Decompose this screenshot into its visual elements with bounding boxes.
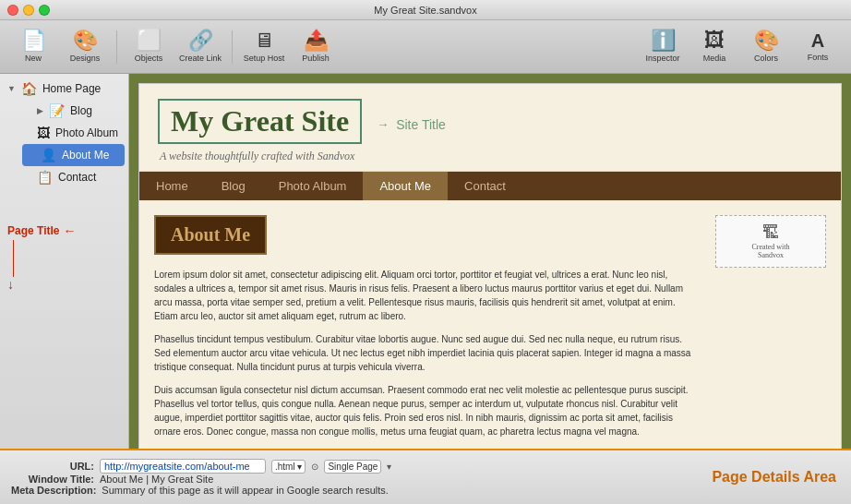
separator-1 xyxy=(116,30,117,64)
create-link-label: Create Link xyxy=(179,54,222,63)
media-icon: 🖼 xyxy=(704,30,725,51)
separator-2 xyxy=(232,30,233,64)
sandvox-badge: 🏗 Created withSandvox xyxy=(715,215,826,268)
site-subtitle: A website thoughtfully crafted with Sand… xyxy=(160,150,822,163)
publish-icon: 📤 xyxy=(304,30,329,51)
expand-arrow: ▶ xyxy=(37,106,43,115)
publish-label: Publish xyxy=(302,54,330,63)
blog-icon: 📝 xyxy=(49,103,65,118)
nav-item-home[interactable]: Home xyxy=(139,172,205,200)
designs-label: Designs xyxy=(70,54,101,63)
sidebar-item-blog[interactable]: ▶ 📝 Blog xyxy=(18,100,128,122)
inspector-button[interactable]: ℹ️ Inspector xyxy=(639,25,687,69)
url-ext-select[interactable]: .html ▾ xyxy=(271,460,306,474)
content-sidebar: 🏗 Created withSandvox xyxy=(715,215,826,449)
url-type-arrow-icon: ▾ xyxy=(387,462,391,472)
toolbar: 📄 New 🎨 Designs ⬜ Objects 🔗 Create Link … xyxy=(0,20,851,74)
nav-item-contact[interactable]: Contact xyxy=(448,172,522,200)
inspector-label: Inspector xyxy=(645,54,679,63)
designs-icon: 🎨 xyxy=(73,30,98,51)
home-page-icon: 🏠 xyxy=(21,81,37,96)
site-title: My Great Site xyxy=(171,104,349,138)
media-label: Media xyxy=(703,54,726,63)
main-area: ▼ 🏠 Home Page ▶ 📝 Blog 🖼 Photo Album 👤 A… xyxy=(0,74,851,449)
content-main: About Me Lorem ipsum dolor sit amet, con… xyxy=(154,215,701,449)
meta-value: Summary of this page as it will appear i… xyxy=(102,485,389,496)
setup-host-button[interactable]: 🖥 Setup Host xyxy=(240,25,288,69)
media-button[interactable]: 🖼 Media xyxy=(690,25,738,69)
sidebar-item-label: Contact xyxy=(58,171,96,184)
create-link-button[interactable]: 🔗 Create Link xyxy=(176,25,224,69)
new-icon: 📄 xyxy=(21,30,46,51)
designs-button[interactable]: 🎨 Designs xyxy=(61,25,109,69)
fonts-icon: A xyxy=(811,31,824,50)
expand-arrow: ▼ xyxy=(7,84,16,93)
publish-button[interactable]: 📤 Publish xyxy=(292,25,340,69)
maximize-button[interactable] xyxy=(39,5,50,16)
title-bar: My Great Site.sandvox xyxy=(0,0,851,20)
sandvox-logo-icon: 🏗 xyxy=(724,223,818,243)
meta-row: Meta Description: Summary of this page a… xyxy=(11,485,840,496)
url-label: URL: xyxy=(11,461,94,472)
page-details-area: URL: http://mygreatsite.com/about-me .ht… xyxy=(0,449,851,504)
down-arrow-icon: ↓ xyxy=(7,277,14,292)
sandvox-badge-text: Created withSandvox xyxy=(724,243,818,259)
page-title-down-arrow: ↓ xyxy=(7,277,121,292)
url-type-separator: ⊙ xyxy=(311,462,318,472)
sidebar-item-photo-album[interactable]: 🖼 Photo Album xyxy=(18,122,128,144)
window-title-value: About Me | My Great Site xyxy=(100,474,213,485)
contact-icon: 📋 xyxy=(37,170,53,185)
sidebar-item-label: Home Page xyxy=(42,82,101,95)
new-label: New xyxy=(25,54,42,63)
colors-icon: 🎨 xyxy=(754,30,779,51)
objects-button[interactable]: ⬜ Objects xyxy=(125,25,173,69)
page-title-label: Page Title xyxy=(7,224,59,237)
close-button[interactable] xyxy=(7,5,18,16)
sidebar-item-label: Blog xyxy=(70,104,92,117)
new-button[interactable]: 📄 New xyxy=(9,25,57,69)
colors-button[interactable]: 🎨 Colors xyxy=(742,25,790,69)
window-title-label: Window Title: xyxy=(11,474,94,485)
page-title-line xyxy=(13,240,14,277)
page-title-annotation-area: Page Title ← ↓ xyxy=(0,216,128,299)
content-area: About Me Lorem ipsum dolor sit amet, con… xyxy=(139,200,841,449)
paragraph-3: Duis accumsan ligula consectetur nisl di… xyxy=(154,383,701,438)
site-title-label: Site Title xyxy=(396,117,446,132)
page-title-annotation: Page Title ← xyxy=(7,223,121,238)
objects-icon: ⬜ xyxy=(137,30,162,51)
paragraph-1: Lorem ipsum dolor sit amet, consectetur … xyxy=(154,268,701,323)
nav-item-photo-album[interactable]: Photo Album xyxy=(262,172,364,200)
setup-host-icon: 🖥 xyxy=(254,30,274,51)
toolbar-right: ℹ️ Inspector 🖼 Media 🎨 Colors A Fonts xyxy=(639,25,842,69)
setup-host-label: Setup Host xyxy=(244,54,285,63)
nav-item-about-me[interactable]: About Me xyxy=(363,172,448,200)
arrow-icon: → xyxy=(377,117,389,132)
page-title-arrow-icon: ← xyxy=(63,223,76,238)
fonts-button[interactable]: A Fonts xyxy=(794,25,842,69)
nav-item-blog[interactable]: Blog xyxy=(205,172,262,200)
window-title: My Great Site.sandvox xyxy=(374,5,476,16)
photo-album-icon: 🖼 xyxy=(37,126,50,140)
canvas-area: My Great Site → Site Title A website tho… xyxy=(129,74,851,449)
website-preview: My Great Site → Site Title A website tho… xyxy=(138,83,842,449)
sidebar-children: ▶ 📝 Blog 🖼 Photo Album 👤 About Me 📋 Cont… xyxy=(0,100,128,188)
site-header: My Great Site → Site Title A website tho… xyxy=(139,84,841,172)
site-title-arrow: → Site Title xyxy=(377,117,446,132)
sidebar-item-contact[interactable]: 📋 Contact xyxy=(18,166,128,188)
url-type-select[interactable]: Single Page xyxy=(324,460,381,474)
site-title-box: My Great Site xyxy=(158,99,362,144)
meta-label: Meta Description: xyxy=(11,485,96,496)
sidebar: ▼ 🏠 Home Page ▶ 📝 Blog 🖼 Photo Album 👤 A… xyxy=(0,74,129,449)
page-heading: About Me xyxy=(154,215,267,255)
minimize-button[interactable] xyxy=(23,5,34,16)
sidebar-item-home-page[interactable]: ▼ 🏠 Home Page xyxy=(0,78,128,100)
page-details-title: Page Details Area xyxy=(712,469,836,486)
sidebar-item-label: Photo Album xyxy=(55,126,118,139)
objects-label: Objects xyxy=(135,54,163,63)
sidebar-item-label: About Me xyxy=(62,149,109,162)
inspector-icon: ℹ️ xyxy=(651,30,676,51)
sidebar-item-about-me[interactable]: 👤 About Me xyxy=(22,144,125,166)
url-value[interactable]: http://mygreatsite.com/about-me xyxy=(100,459,266,474)
paragraph-2: Phasellus tincidunt tempus vestibulum. C… xyxy=(154,332,701,374)
nav-bar: Home Blog Photo Album About Me Contact xyxy=(139,172,841,200)
